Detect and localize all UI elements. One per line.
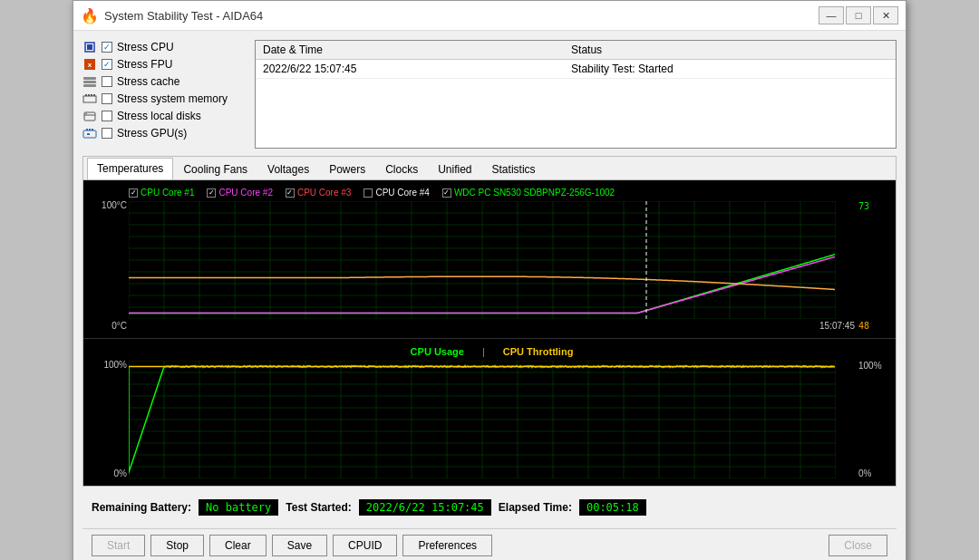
usage-y-max: 100% [91, 361, 127, 370]
cpu-icon [82, 40, 97, 54]
stress-gpu-option: Stress GPU(s) [82, 126, 246, 140]
clear-button[interactable]: Clear [209, 535, 267, 556]
tab-temperatures[interactable]: Temperatures [87, 158, 173, 179]
tab-cooling-fans[interactable]: Cooling Fans [173, 159, 257, 179]
legend-core4-checkbox[interactable] [363, 188, 373, 198]
legend-core4-label: CPU Core #4 [375, 188, 429, 198]
memory-icon [82, 92, 97, 106]
save-button[interactable]: Save [272, 535, 327, 556]
tab-powers[interactable]: Powers [319, 159, 375, 179]
tab-statistics[interactable]: Statistics [482, 159, 546, 179]
tabs-bar: Temperatures Cooling Fans Voltages Power… [83, 157, 896, 180]
stress-memory-checkbox[interactable] [102, 93, 112, 104]
test-started-label: Test Started: [286, 501, 351, 514]
maximize-button[interactable]: □ [846, 6, 871, 24]
legend-wdc-label: WDC PC SN530 SDBPNPZ-256G-1002 [454, 188, 615, 198]
preferences-button[interactable]: Preferences [402, 535, 492, 556]
stress-disks-label: Stress local disks [117, 110, 201, 122]
svg-point-14 [85, 113, 87, 115]
svg-rect-1 [87, 44, 92, 50]
stress-fpu-checkbox[interactable] [102, 59, 112, 70]
legend-core2-checkbox[interactable] [207, 188, 216, 198]
battery-value: No battery [199, 499, 278, 516]
log-table: Date & Time Status 2022/6/22 15:07:45 St… [255, 40, 897, 149]
title-bar-left: 🔥 System Stability Test - AIDA64 [81, 7, 263, 24]
tab-voltages[interactable]: Voltages [257, 159, 319, 179]
usage-chart-title: CPU Usage | CPU Throttling [129, 346, 855, 357]
legend-core2-label: CPU Core #2 [218, 188, 272, 198]
temp-y-min: 0°C [91, 322, 127, 331]
stress-cpu-label: Stress CPU [117, 41, 174, 53]
usage-y-min-right: 0% [858, 468, 893, 478]
temp-y-max: 100°C [91, 201, 127, 210]
svg-rect-7 [83, 96, 96, 102]
usage-y-min: 0% [91, 469, 127, 478]
stress-fpu-label: Stress FPU [117, 58, 172, 71]
stress-cache-option: Stress cache [82, 74, 246, 89]
app-icon: 🔥 [81, 7, 99, 24]
stress-cache-checkbox[interactable] [102, 76, 112, 87]
usage-y-max-right: 100% [858, 361, 893, 371]
svg-rect-8 [85, 94, 87, 96]
stress-fpu-option: x Stress FPU [82, 57, 246, 72]
log-status: Stability Test: Started [564, 60, 896, 79]
cpuid-button[interactable]: CPUID [333, 535, 397, 556]
stop-button[interactable]: Stop [150, 535, 204, 556]
legend-core1: CPU Core #1 [129, 188, 194, 198]
temp-value2: 48 [858, 321, 893, 331]
svg-text:x: x [88, 61, 92, 69]
elapsed-time-value: 00:05:18 [579, 499, 646, 516]
legend-core1-checkbox[interactable] [129, 188, 138, 198]
minimize-button[interactable]: — [819, 6, 844, 24]
svg-rect-16 [86, 129, 88, 130]
elapsed-time-label: Elapsed Time: [499, 501, 572, 514]
stress-memory-option: Stress system memory [82, 92, 246, 106]
stress-cpu-option: Stress CPU [82, 40, 246, 54]
svg-rect-10 [91, 94, 92, 96]
svg-rect-4 [83, 77, 96, 80]
tab-unified[interactable]: Unified [428, 159, 481, 179]
svg-rect-18 [92, 129, 93, 130]
fpu-icon: x [82, 57, 97, 72]
usage-right-values: 100% 0% [858, 361, 893, 478]
svg-rect-11 [93, 94, 95, 96]
svg-rect-9 [88, 94, 90, 96]
stress-disks-checkbox[interactable] [102, 111, 112, 121]
footer-buttons: Start Stop Clear Save CPUID Preferences … [82, 528, 897, 560]
log-header-datetime: Date & Time [256, 41, 564, 60]
temp-chart-legend: CPU Core #1 CPU Core #2 CPU Core #3 [129, 188, 855, 198]
stress-cpu-checkbox[interactable] [102, 42, 112, 53]
stress-gpu-checkbox[interactable] [102, 128, 112, 139]
charts-container: CPU Core #1 CPU Core #2 CPU Core #3 [83, 180, 896, 486]
tab-clocks[interactable]: Clocks [375, 159, 428, 179]
temp-right-values: 73 48 [858, 201, 893, 331]
close-button[interactable]: Close [829, 535, 887, 556]
close-window-button[interactable]: ✕ [873, 6, 898, 24]
test-started-value: 2022/6/22 15:07:45 [359, 499, 491, 516]
log-header-status: Status [564, 41, 896, 60]
usage-y-axis-left: 100% 0% [91, 361, 127, 478]
legend-core1-label: CPU Core #1 [141, 188, 194, 198]
temp-y-axis: 100°C 0°C [91, 201, 127, 331]
title-bar-controls: — □ ✕ [819, 6, 898, 24]
legend-core4: CPU Core #4 [363, 188, 429, 198]
legend-core3-checkbox[interactable] [286, 188, 295, 198]
temp-x-label: 15:07:45 [129, 321, 855, 331]
cpu-throttling-title: CPU Throttling [503, 346, 574, 357]
stress-options: Stress CPU x Stress FPU [82, 40, 246, 149]
battery-label: Remaining Battery: [92, 501, 191, 514]
start-button[interactable]: Start [92, 535, 145, 556]
legend-core2: CPU Core #2 [207, 188, 272, 198]
footer-buttons-left: Start Stop Clear Save CPUID Preferences [92, 535, 492, 556]
temp-chart-area: CPU Core #1 CPU Core #2 CPU Core #3 [83, 180, 896, 338]
log-row: 2022/6/22 15:07:45 Stability Test: Start… [256, 60, 896, 79]
window-title: System Stability Test - AIDA64 [104, 9, 263, 23]
legend-wdc-checkbox[interactable] [442, 188, 451, 198]
usage-chart-canvas-wrapper: 100% 0% 100% 0% [129, 361, 855, 478]
log-datetime: 2022/6/22 15:07:45 [256, 60, 564, 79]
stress-memory-label: Stress system memory [117, 92, 228, 105]
svg-rect-6 [83, 84, 96, 87]
svg-rect-17 [89, 129, 91, 130]
usage-chart [129, 361, 836, 478]
disk-icon [82, 109, 97, 123]
